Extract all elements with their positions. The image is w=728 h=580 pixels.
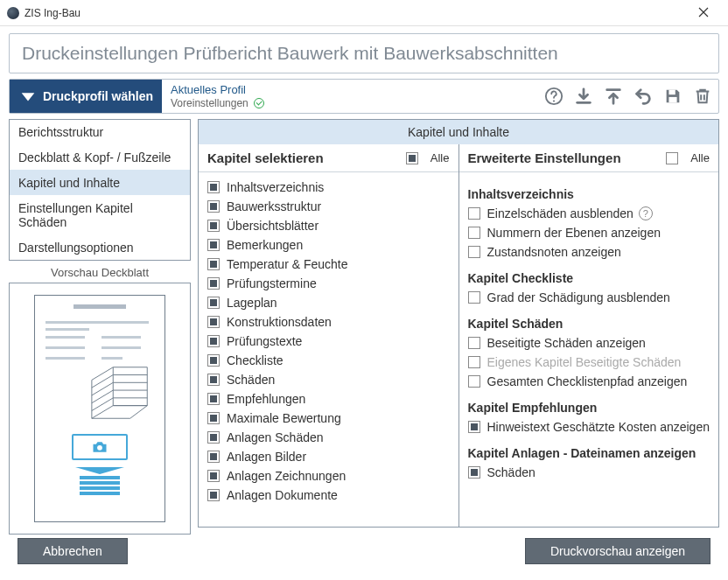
svg-line-7 (92, 398, 113, 411)
checkbox[interactable] (207, 181, 220, 193)
checkbox[interactable] (207, 220, 220, 232)
chapter-item[interactable]: Prüfungstexte (207, 332, 450, 351)
svg-point-12 (97, 445, 102, 451)
import-button[interactable] (573, 86, 594, 107)
checkbox[interactable] (207, 451, 220, 463)
chapter-item[interactable]: Konstruktionsdaten (207, 312, 450, 332)
setting-item[interactable]: Gesamten Checklistenpfad anzeigen (468, 372, 710, 391)
nav-item[interactable]: Einstellungen Kapitel Schäden (10, 195, 190, 234)
svg-line-5 (92, 382, 113, 395)
setting-label: Gesamten Checklistenpfad anzeigen (487, 374, 688, 388)
setting-item[interactable]: Beseitigte Schäden anzeigen (468, 333, 710, 353)
chapter-item[interactable]: Bemerkungen (207, 235, 450, 255)
chapter-item[interactable]: Temperatur & Feuchte (207, 255, 450, 274)
svg-line-4 (92, 375, 113, 388)
checkbox[interactable] (468, 466, 480, 479)
checkbox[interactable] (207, 200, 220, 213)
save-icon (663, 87, 682, 106)
chapter-item[interactable]: Maximale Bewertung (207, 409, 450, 428)
chapter-item[interactable]: Schäden (207, 370, 450, 389)
checkbox[interactable] (468, 207, 480, 220)
undo-button[interactable] (633, 86, 654, 107)
close-button[interactable] (686, 6, 721, 20)
chevron-down-icon (18, 87, 38, 106)
delete-button[interactable] (692, 86, 713, 107)
chapter-item[interactable]: Übersichtsblätter (207, 216, 450, 235)
checkbox[interactable] (207, 335, 220, 347)
nav-item[interactable]: Darstellungsoptionen (10, 234, 190, 260)
current-profile-label: Aktuelles Profil (171, 83, 264, 97)
chapters-title: Kapitel selektieren (207, 150, 406, 165)
setting-label: Nummern der Ebenen anzeigen (487, 226, 661, 240)
checkbox[interactable] (468, 291, 480, 304)
checkbox[interactable] (207, 239, 220, 251)
nav-item[interactable]: Deckblatt & Kopf- / Fußzeile (10, 144, 190, 170)
checkbox (468, 356, 480, 368)
print-preview-button[interactable]: Druckvorschau anzeigen (525, 538, 710, 564)
chapter-item[interactable]: Prüfungstermine (207, 274, 450, 293)
checkbox[interactable] (207, 470, 220, 482)
chapter-item[interactable]: Inhaltsverzeichnis (207, 178, 450, 197)
checkbox[interactable] (468, 246, 480, 258)
chapter-item[interactable]: Anlagen Schäden (207, 428, 450, 447)
chapter-item[interactable]: Lageplan (207, 293, 450, 312)
svg-rect-3 (668, 97, 676, 102)
chapter-item[interactable]: Checkliste (207, 351, 450, 370)
save-button[interactable] (662, 86, 683, 107)
checkbox[interactable] (207, 489, 220, 501)
window-title: ZIS Ing-Bau (24, 7, 686, 19)
page-heading: Druckeinstellungen Prüfbericht Bauwerk m… (22, 43, 706, 64)
checkbox[interactable] (468, 337, 480, 349)
setting-label: Beseitigte Schäden anzeigen (487, 336, 646, 350)
trash-icon (693, 87, 712, 106)
chapter-label: Bemerkungen (227, 238, 303, 252)
checkbox[interactable] (207, 393, 220, 405)
chapter-item[interactable]: Empfehlungen (207, 389, 450, 409)
chapter-item[interactable]: Anlagen Zeichnungen (207, 466, 450, 486)
chapter-item[interactable]: Anlagen Bilder (207, 447, 450, 466)
setting-item[interactable]: Schäden (468, 463, 710, 482)
chapters-all-checkbox[interactable] (406, 152, 418, 164)
checkbox[interactable] (207, 431, 220, 444)
app-icon (7, 7, 19, 19)
checkbox[interactable] (207, 374, 220, 386)
settings-group-heading: Kapitel Checkliste (468, 269, 710, 288)
checkbox[interactable] (207, 277, 220, 290)
chapter-label: Anlagen Bilder (227, 450, 306, 464)
checkbox[interactable] (468, 227, 480, 239)
camera-icon (72, 434, 128, 460)
chapter-label: Checkliste (227, 353, 284, 367)
help-button[interactable] (543, 86, 564, 107)
setting-item[interactable]: Grad der Schädigung ausblenden (468, 288, 710, 307)
undo-icon (634, 87, 653, 106)
setting-item[interactable]: Nummern der Ebenen anzeigen (468, 223, 710, 242)
chapter-label: Prüfungstexte (227, 334, 302, 348)
nav-item[interactable]: Berichtsstruktur (10, 120, 190, 144)
chapter-item[interactable]: Anlagen Dokumente (207, 486, 450, 505)
help-icon[interactable]: ? (639, 206, 653, 220)
checkbox[interactable] (207, 297, 220, 309)
nav-item[interactable]: Kapitel und Inhalte (10, 170, 190, 195)
checkbox[interactable] (207, 354, 220, 367)
checkbox[interactable] (468, 375, 480, 388)
export-button[interactable] (603, 86, 624, 107)
setting-item[interactable]: Hinweistext Geschätzte Kosten anzeigen (468, 417, 710, 437)
checkbox[interactable] (207, 412, 220, 424)
setting-item[interactable]: Einzelschäden ausblenden? (468, 204, 710, 223)
advanced-all-checkbox[interactable] (666, 152, 678, 164)
checkbox[interactable] (207, 258, 220, 270)
setting-label: Einzelschäden ausblenden (487, 206, 634, 220)
settings-group-heading: Kapitel Anlagen - Dateinamen anzeigen (468, 444, 710, 463)
chapter-label: Konstruktionsdaten (227, 315, 332, 329)
chapter-label: Prüfungstermine (227, 276, 317, 290)
chapter-item[interactable]: Bauwerksstruktur (207, 197, 450, 216)
setting-item[interactable]: Zustandsnoten anzeigen (468, 242, 710, 262)
profile-select-button[interactable]: Druckprofil wählen (10, 80, 162, 113)
svg-rect-2 (668, 90, 675, 95)
cancel-button[interactable]: Abbrechen (18, 538, 128, 564)
help-icon (544, 87, 564, 106)
advanced-list: InhaltsverzeichnisEinzelschäden ausblend… (459, 172, 719, 527)
checkbox[interactable] (207, 316, 220, 328)
current-profile: Aktuelles Profil Voreinstellungen (162, 80, 273, 113)
checkbox[interactable] (468, 421, 480, 433)
